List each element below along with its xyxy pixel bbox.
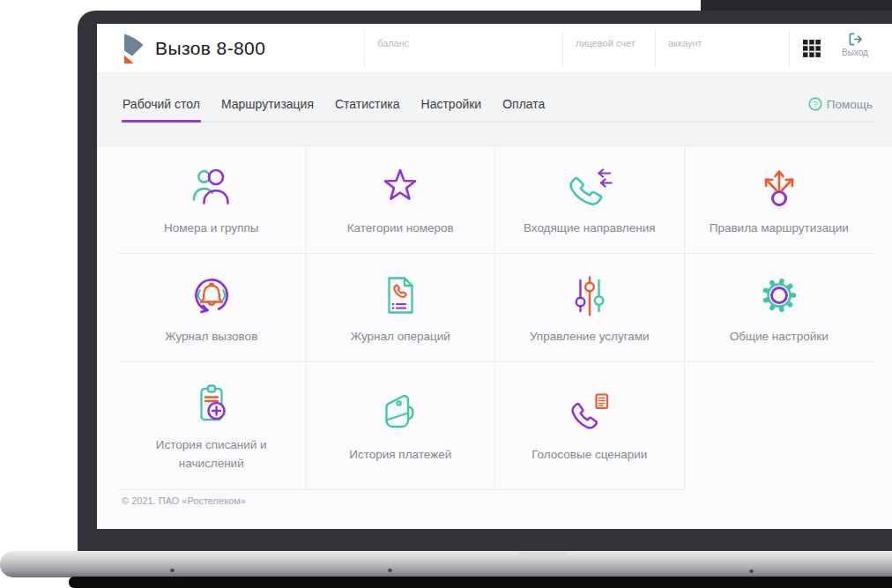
tile-general-settings[interactable]: Общие настройки bbox=[685, 254, 874, 362]
tile-label: Общие настройки bbox=[730, 328, 829, 346]
laptop-base-edge bbox=[69, 577, 892, 588]
laptop-screw-dot bbox=[388, 569, 392, 572]
main-nav: Рабочий стол Маршрутизация Статистика На… bbox=[122, 86, 873, 123]
laptop-screw-dot bbox=[170, 569, 175, 572]
header-divider bbox=[655, 30, 656, 67]
tile-number-categories[interactable]: Категории номеров bbox=[307, 146, 496, 254]
svg-text:?: ? bbox=[813, 99, 817, 108]
wallet-icon bbox=[375, 388, 425, 439]
tile-label: Управление услугами bbox=[530, 328, 650, 346]
dashboard: Номера и группы Категории номеров bbox=[97, 145, 892, 529]
tile-label: Номера и группы bbox=[164, 220, 258, 238]
rostelecom-logo-icon bbox=[122, 33, 146, 66]
tile-service-management[interactable]: Управление услугами bbox=[495, 254, 685, 362]
call-log-icon bbox=[186, 270, 237, 321]
tile-label: Журнал операций bbox=[351, 328, 450, 346]
app-window: Вызов 8-800 баланс лицевой счет аккаунт bbox=[97, 24, 892, 529]
tile-label: Журнал вызовов bbox=[165, 328, 257, 346]
logout-label: Выход bbox=[834, 48, 876, 57]
header-divider bbox=[789, 30, 790, 67]
header-divider bbox=[364, 30, 365, 67]
tile-label: Правила маршрутизации bbox=[710, 220, 849, 238]
tile-routing-rules[interactable]: Правила маршрутизации bbox=[685, 146, 874, 254]
people-icon bbox=[186, 161, 237, 212]
question-circle-icon: ? bbox=[808, 97, 822, 111]
laptop-lid-notch bbox=[518, 552, 568, 556]
laptop-screw-dot bbox=[749, 569, 754, 573]
help-label: Помощь bbox=[827, 98, 873, 111]
tile-operations-log[interactable]: Журнал операций bbox=[307, 254, 496, 362]
tile-voice-scenarios[interactable]: Голосовые сценарии bbox=[495, 362, 685, 490]
balance-field[interactable]: баланс bbox=[377, 38, 409, 48]
operations-log-icon bbox=[375, 270, 425, 321]
tile-label: История списаний и начислений bbox=[138, 436, 286, 473]
tile-label: Категории номеров bbox=[347, 220, 454, 238]
app-title: Вызов 8-800 bbox=[155, 24, 265, 73]
tile-incoming-directions[interactable]: Входящие направления bbox=[495, 146, 685, 254]
route-branch-icon bbox=[754, 161, 804, 212]
tile-label: Голосовые сценарии bbox=[531, 446, 647, 465]
user-account-field[interactable]: аккаунт bbox=[668, 38, 702, 48]
tab-settings[interactable]: Настройки bbox=[420, 86, 483, 122]
tab-routing[interactable]: Маршрутизация bbox=[220, 86, 315, 122]
tab-desktop[interactable]: Рабочий стол bbox=[122, 86, 201, 122]
gear-icon bbox=[754, 270, 804, 321]
account-number-field[interactable]: лицевой счет bbox=[576, 38, 636, 48]
tile-call-log[interactable]: Журнал вызовов bbox=[117, 254, 307, 362]
laptop-base bbox=[0, 551, 892, 577]
logout-button[interactable]: Выход bbox=[834, 33, 876, 57]
tab-payment[interactable]: Оплата bbox=[502, 86, 546, 122]
sliders-icon bbox=[565, 270, 614, 321]
tile-charges-history[interactable]: История списаний и начислений bbox=[117, 362, 307, 490]
laptop-mockup: Вызов 8-800 баланс лицевой счет аккаунт bbox=[0, 0, 892, 588]
tab-statistics[interactable]: Статистика bbox=[334, 86, 401, 122]
header-divider bbox=[562, 30, 563, 67]
voice-script-icon bbox=[565, 388, 614, 439]
tile-label: Входящие направления bbox=[524, 220, 656, 238]
logout-icon bbox=[848, 33, 863, 46]
phone-incoming-icon bbox=[565, 161, 614, 212]
star-icon bbox=[375, 161, 425, 212]
tile-payment-history[interactable]: История платежей bbox=[307, 362, 496, 490]
apps-grid-icon[interactable] bbox=[802, 39, 821, 58]
tile-grid: Номера и группы Категории номеров bbox=[117, 146, 873, 490]
tile-label: История платежей bbox=[349, 446, 451, 465]
tile-empty bbox=[685, 362, 874, 490]
copyright: © 2021. ПАО «Ростелеком» bbox=[122, 495, 892, 506]
app-header: Вызов 8-800 баланс лицевой счет аккаунт bbox=[97, 24, 892, 73]
clipboard-plus-icon bbox=[187, 378, 236, 429]
tile-numbers-groups[interactable]: Номера и группы bbox=[117, 146, 307, 254]
help-button[interactable]: ? Помощь bbox=[808, 97, 873, 111]
